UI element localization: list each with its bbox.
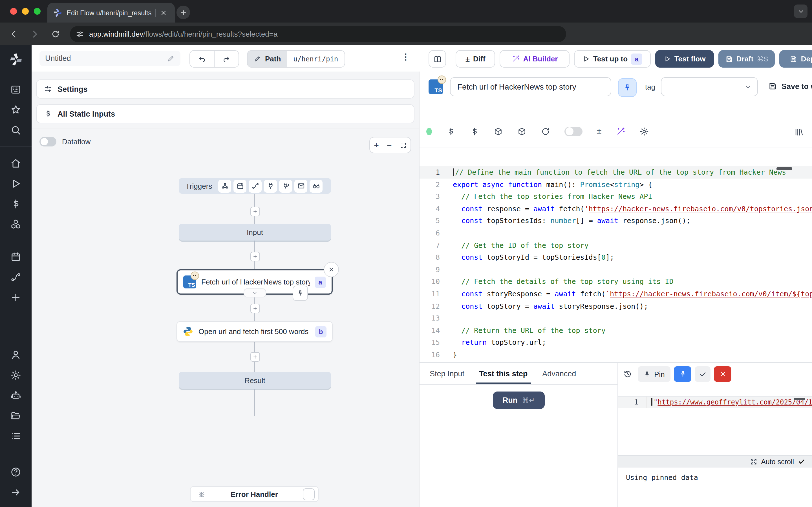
pin-active-button[interactable] [674,366,691,382]
sidebar-item-collapse[interactable] [10,487,21,498]
accept-button[interactable] [695,366,711,382]
trigger-http-route-button[interactable] [249,179,262,192]
draft-button[interactable]: Draft ⌘S [718,50,775,68]
add-step-button[interactable] [250,304,260,313]
browser-tab[interactable]: Edit Flow u/henri/pin_results [47,3,175,22]
add-step-button[interactable] [250,352,260,362]
edit-name-icon[interactable] [167,54,175,62]
zoom-out-button[interactable]: − [387,140,392,150]
test-up-to-button[interactable]: Test up to a [574,50,651,68]
sidebar-item-apps[interactable] [10,84,21,95]
back-button[interactable] [9,29,18,39]
expand-step-button[interactable] [243,288,266,297]
trigger-kafka-button[interactable] [279,179,292,192]
zoom-in-button[interactable]: + [374,140,379,150]
sidebar-item-logs[interactable] [10,431,21,442]
flow-name-field[interactable]: Untitled [40,51,181,66]
trigger-poll-button[interactable] [310,179,322,192]
sidebar-item-folders[interactable] [10,410,21,421]
test-up-to-step-badge[interactable]: a [631,53,642,64]
editor-tool-plus-minus-button[interactable]: ± [597,126,602,136]
editor-tool-variables-button[interactable] [470,126,479,136]
window-close-button[interactable] [10,8,17,15]
ai-builder-button[interactable]: AI Builder [500,50,569,68]
fit-view-button[interactable] [400,142,407,149]
editor-scrollbar[interactable] [776,167,792,170]
window-minimize-button[interactable] [22,8,29,15]
pin-toggle-button[interactable] [618,78,637,97]
redo-button[interactable] [214,51,239,67]
editor-tool-settings-button[interactable] [640,126,649,136]
trigger-webhook-button[interactable] [218,179,231,192]
editor-tool-variables-button[interactable] [446,126,456,136]
sidebar-item-settings[interactable] [10,370,21,381]
auto-scroll-checkbox[interactable] [798,458,805,465]
step-node-a[interactable]: TS Fetch url of HackerNews top story a [176,269,333,295]
input-node[interactable]: Input [179,224,331,240]
sidebar-item-star[interactable] [10,104,21,115]
expand-icon[interactable] [750,458,757,465]
trigger-websocket-button[interactable] [264,179,277,192]
error-handler-node[interactable]: Error Handler [190,486,319,502]
sidebar-item-schedules[interactable] [10,251,21,263]
history-icon[interactable] [623,370,632,379]
save-to-workspace-button[interactable]: Save to workspace [768,82,812,91]
docs-button[interactable] [428,50,446,68]
pinned-data-editor[interactable]: 1"https://www.geoffreylitt.com/2025/04/1… [618,396,812,456]
result-node[interactable]: Result [179,372,331,389]
sidebar-item-user[interactable] [10,349,21,360]
editor-tool-package-button[interactable] [517,126,527,136]
sidebar-item-variables[interactable] [10,198,21,210]
diff-button[interactable]: ± Diff [456,50,495,68]
pinned-step-indicator[interactable] [293,286,308,301]
reload-button[interactable] [51,29,60,39]
forward-button[interactable] [30,29,40,39]
remove-pin-button[interactable] [714,366,731,382]
flow-settings-row[interactable]: Settings [36,79,414,99]
deploy-button[interactable]: Deploy [779,50,812,68]
sidebar-item-runs[interactable] [10,178,21,189]
step-title-input[interactable]: Fetch url of HackerNews top story [450,77,611,96]
site-settings-icon[interactable] [75,30,84,38]
trigger-schedule-button[interactable] [234,179,246,192]
sidebar-item-home[interactable] [10,158,21,169]
editor-tool-toggle-button[interactable] [564,126,582,136]
sidebar-item-ai[interactable] [10,390,21,401]
tab-step-input[interactable]: Step Input [430,363,464,384]
triggers-node[interactable]: Triggers [179,178,331,194]
code-editor[interactable]: 1// Define the main function to fetch th… [419,166,812,362]
dataflow-toggle[interactable] [40,137,56,147]
tab-advanced[interactable]: Advanced [542,363,576,384]
step-node-b[interactable]: Open url and fetch first 500 words of ..… [176,321,333,342]
url-bar[interactable]: app.windmill.dev/flows/edit/u/henri/pin_… [70,26,566,42]
tab-test-this-step[interactable]: Test this step [479,363,527,384]
editor-tool-refresh-button[interactable] [541,126,550,136]
path-button[interactable]: Path [248,51,287,67]
add-step-button[interactable] [250,207,260,216]
trigger-email-button[interactable] [294,179,307,192]
tab-close-icon[interactable] [160,9,167,16]
sidebar-item-search[interactable] [10,124,21,136]
tab-search-button[interactable] [794,4,808,18]
editor-tool-package-button[interactable] [493,126,503,136]
library-icon[interactable] [794,127,804,137]
tag-select[interactable] [661,77,758,96]
sidebar-item-add[interactable] [10,292,21,303]
sidebar-item-help[interactable] [10,466,21,478]
sidebar-item-routes[interactable] [10,272,21,283]
run-button[interactable]: Run ⌘↵ [493,392,545,409]
window-zoom-button[interactable] [34,8,41,15]
add-error-handler-button[interactable] [303,488,315,500]
new-tab-button[interactable] [176,6,190,19]
add-step-button[interactable] [250,252,260,262]
pinned-editor-scrollbar[interactable] [794,398,805,400]
sidebar-item-resources[interactable] [10,219,21,230]
all-static-inputs-row[interactable]: All Static Inputs [36,104,414,123]
undo-button[interactable] [190,51,214,67]
path-value[interactable]: u/henri/pin [287,51,344,67]
test-flow-button[interactable]: Test flow [655,50,714,68]
editor-tool-wand-button[interactable] [616,126,625,136]
delete-step-button[interactable] [324,262,339,277]
more-options-icon[interactable]: ⋮ [402,52,410,62]
pin-button[interactable]: Pin [638,366,670,382]
